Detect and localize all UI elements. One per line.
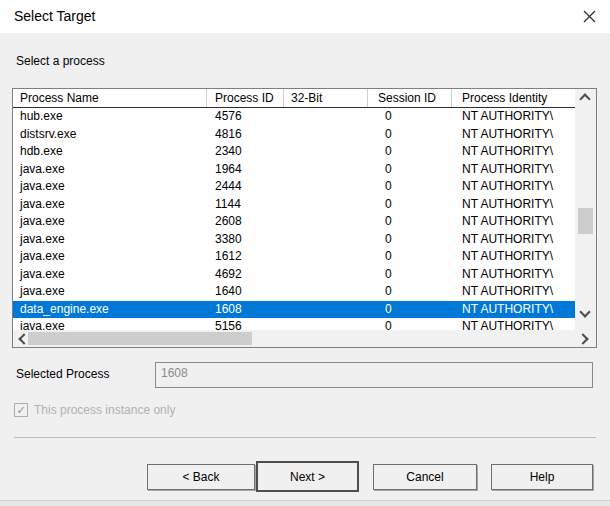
- cell-name: java.exe: [13, 213, 207, 231]
- process-row[interactable]: java.exe19640NT AUTHORITY\: [13, 161, 575, 179]
- cell-identity: NT AUTHORITY\: [452, 231, 575, 249]
- cell-pid: 1144: [207, 196, 284, 214]
- page-title: Select Target: [14, 0, 95, 33]
- cell-session: 0: [368, 143, 452, 161]
- cell-pid: 1640: [207, 283, 284, 301]
- cell-identity: NT AUTHORITY\: [452, 301, 575, 319]
- cell-name: hdb.exe: [13, 143, 207, 161]
- cancel-button[interactable]: Cancel: [373, 464, 477, 490]
- cell-identity: NT AUTHORITY\: [452, 266, 575, 284]
- process-row[interactable]: java.exe24440NT AUTHORITY\: [13, 178, 575, 196]
- process-row[interactable]: data_engine.exe16080NT AUTHORITY\: [13, 301, 575, 319]
- selected-process-field: 1608: [155, 362, 593, 388]
- process-row[interactable]: java.exe11440NT AUTHORITY\: [13, 196, 575, 214]
- cell-name: java.exe: [13, 283, 207, 301]
- cell-session: 0: [368, 126, 452, 144]
- scroll-down-button[interactable]: [575, 310, 596, 330]
- column-header-process-id[interactable]: Process ID: [207, 89, 284, 107]
- process-row[interactable]: java.exe16400NT AUTHORITY\: [13, 283, 575, 301]
- column-header-process-identity[interactable]: Process Identity: [452, 89, 575, 107]
- cell-pid: 3380: [207, 231, 284, 249]
- cell-identity: NT AUTHORITY\: [452, 318, 575, 330]
- cell-bit32: [284, 248, 368, 266]
- cell-identity: NT AUTHORITY\: [452, 178, 575, 196]
- close-button[interactable]: [574, 3, 604, 30]
- vertical-scrollbar[interactable]: [575, 89, 596, 330]
- table-header: Process Name Process ID 32-Bit Session I…: [13, 89, 575, 108]
- select-process-label: Select a process: [16, 54, 105, 68]
- horizontal-scrollbar[interactable]: [13, 330, 596, 347]
- cell-pid: 4576: [207, 108, 284, 126]
- cell-pid: 1964: [207, 161, 284, 179]
- cell-session: 0: [368, 108, 452, 126]
- cell-session: 0: [368, 213, 452, 231]
- process-row[interactable]: java.exe46920NT AUTHORITY\: [13, 266, 575, 284]
- cell-session: 0: [368, 178, 452, 196]
- cell-name: hub.exe: [13, 108, 207, 126]
- window-bottom-edge: [0, 500, 610, 506]
- cell-identity: NT AUTHORITY\: [452, 143, 575, 161]
- chevron-right-icon: [577, 333, 588, 344]
- process-row[interactable]: hub.exe45760NT AUTHORITY\: [13, 108, 575, 126]
- horizontal-scroll-thumb[interactable]: [28, 332, 252, 345]
- cell-name: java.exe: [13, 266, 207, 284]
- checkbox-label: This process instance only: [34, 403, 175, 417]
- cell-pid: 2444: [207, 178, 284, 196]
- cell-identity: NT AUTHORITY\: [452, 196, 575, 214]
- process-list: Process Name Process ID 32-Bit Session I…: [12, 88, 597, 348]
- cell-session: 0: [368, 196, 452, 214]
- vertical-scroll-thumb[interactable]: [578, 208, 593, 234]
- cell-session: 0: [368, 283, 452, 301]
- cell-identity: NT AUTHORITY\: [452, 283, 575, 301]
- cell-bit32: [284, 143, 368, 161]
- cell-identity: NT AUTHORITY\: [452, 248, 575, 266]
- cell-bit32: [284, 196, 368, 214]
- title-bar: Select Target: [0, 0, 610, 33]
- column-header-session-id[interactable]: Session ID: [368, 89, 452, 107]
- cell-pid: 4816: [207, 126, 284, 144]
- process-row[interactable]: java.exe26080NT AUTHORITY\: [13, 213, 575, 231]
- cell-identity: NT AUTHORITY\: [452, 161, 575, 179]
- scroll-up-button[interactable]: [575, 89, 596, 109]
- column-header-32bit[interactable]: 32-Bit: [284, 89, 368, 107]
- cell-bit32: [284, 301, 368, 319]
- cell-name: java.exe: [13, 178, 207, 196]
- column-header-process-name[interactable]: Process Name: [13, 89, 207, 107]
- cell-pid: 2608: [207, 213, 284, 231]
- process-row[interactable]: java.exe16120NT AUTHORITY\: [13, 248, 575, 266]
- cell-name: data_engine.exe: [13, 301, 207, 319]
- back-button[interactable]: < Back: [147, 464, 255, 490]
- cell-name: java.exe: [13, 231, 207, 249]
- cell-pid: 1612: [207, 248, 284, 266]
- process-instance-checkbox: ✓ This process instance only: [14, 403, 175, 417]
- cell-session: 0: [368, 301, 452, 319]
- cell-session: 0: [368, 266, 452, 284]
- cell-identity: NT AUTHORITY\: [452, 213, 575, 231]
- cell-bit32: [284, 213, 368, 231]
- process-row[interactable]: hdb.exe23400NT AUTHORITY\: [13, 143, 575, 161]
- help-button[interactable]: Help: [491, 464, 593, 490]
- cell-bit32: [284, 178, 368, 196]
- selected-process-label: Selected Process: [16, 367, 109, 381]
- cell-name: java.exe: [13, 248, 207, 266]
- cell-session: 0: [368, 161, 452, 179]
- process-rows: hub.exe45760NT AUTHORITY\distsrv.exe4816…: [13, 108, 575, 330]
- cell-bit32: [284, 266, 368, 284]
- next-button[interactable]: Next >: [256, 461, 359, 492]
- cell-bit32: [284, 108, 368, 126]
- cell-pid: 5156: [207, 318, 284, 330]
- close-icon: [583, 10, 596, 23]
- process-row[interactable]: java.exe51560NT AUTHORITY\: [13, 318, 575, 330]
- cell-pid: 2340: [207, 143, 284, 161]
- cell-bit32: [284, 283, 368, 301]
- scroll-right-button[interactable]: [576, 330, 596, 347]
- cell-bit32: [284, 231, 368, 249]
- process-row[interactable]: distsrv.exe48160NT AUTHORITY\: [13, 126, 575, 144]
- cell-pid: 1608: [207, 301, 284, 319]
- cell-name: java.exe: [13, 196, 207, 214]
- separator-line: [14, 437, 596, 438]
- cell-identity: NT AUTHORITY\: [452, 108, 575, 126]
- dialog-body: Select a process Process Name Process ID…: [0, 33, 610, 506]
- process-row[interactable]: java.exe33800NT AUTHORITY\: [13, 231, 575, 249]
- cell-identity: NT AUTHORITY\: [452, 126, 575, 144]
